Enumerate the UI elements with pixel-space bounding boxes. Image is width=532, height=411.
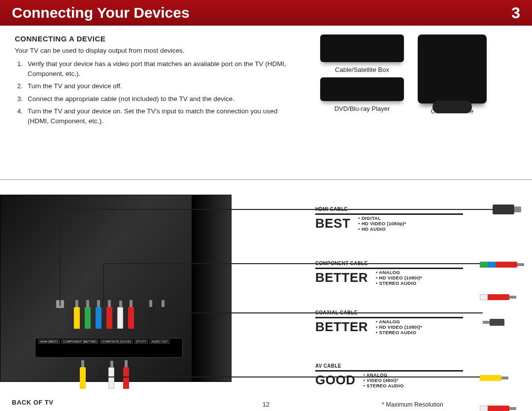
section-heading: CONNECTING A DEVICE: [15, 34, 296, 43]
port-label: HDMI (BEST): [38, 340, 60, 343]
port-label: AUDIO OUT: [150, 340, 169, 343]
intro-text: Your TV can be used to display output fr…: [15, 47, 296, 54]
rca-black-icon: [148, 307, 154, 329]
rca-white-icon: [117, 307, 123, 329]
step-list: Verify that your device has a video port…: [15, 59, 296, 126]
dvd-icon: [320, 77, 404, 101]
wiring-diagram: HDMI (BEST) COMPONENT (BETTER) COMPOSITE…: [0, 179, 532, 411]
coax-panel: COAXIAL CABLE BETTER ANALOG HD VIDEO (10…: [315, 319, 463, 335]
dvd-label: DVD/Blu-ray Player: [334, 105, 390, 112]
cable-bullets: ANALOG VIDEO (480i)* STEREO AUDIO: [363, 372, 403, 388]
step-item: Turn the TV and your device on. Set the …: [25, 106, 296, 126]
component-connectors-icon: [488, 254, 509, 308]
rca-red-icon: [106, 307, 112, 329]
game-console-icon: [418, 34, 487, 103]
bullet: ANALOG: [376, 319, 422, 324]
bullet: ANALOG: [376, 270, 422, 275]
step-item: Verify that your device has a video port…: [25, 59, 296, 78]
component-panel: COMPONENT CABLE BETTER ANALOG HD VIDEO (…: [315, 270, 463, 286]
hdmi-plug-icon: [53, 308, 67, 335]
rca-red-icon: [123, 367, 129, 389]
hdmi-connector-icon: [493, 205, 514, 214]
bullet: STEREO AUDIO: [363, 383, 403, 388]
rca-blue-icon: [96, 307, 101, 329]
bullet: STEREO AUDIO: [376, 280, 422, 286]
bullet: HD VIDEO (1080i)*: [376, 275, 422, 280]
av-panel: AV CABLE GOOD ANALOG VIDEO (480i)* STERE…: [315, 372, 463, 388]
rca-yellow-icon: [74, 307, 80, 329]
device-col-left: Cable/Satellite Box DVD/Blu-ray Player: [320, 34, 404, 115]
port-label: COMPOSITE (GOOD): [100, 340, 133, 343]
cable-title: HDMI CABLE: [315, 206, 348, 212]
port-label: COMPONENT (BETTER): [62, 340, 98, 343]
bullet: STEREO AUDIO: [376, 330, 422, 335]
text-column: CONNECTING A DEVICE Your TV can be used …: [15, 34, 296, 129]
footnote: * Maximum Resolution: [382, 401, 443, 408]
cable-rank: BETTER: [315, 270, 368, 285]
page-title: Connecting Your Devices: [12, 4, 511, 21]
device-grid: Cable/Satellite Box DVD/Blu-ray Player G…: [320, 34, 517, 115]
cable-box-label: Cable/Satellite Box: [335, 66, 389, 73]
bullet: HD VIDEO (1080p)*: [358, 221, 406, 226]
rca-white-icon: [108, 367, 114, 389]
coax-connector-icon: [490, 319, 504, 326]
cable-bullets: ANALOG HD VIDEO (1080i)* STEREO AUDIO: [376, 319, 422, 335]
cable-rank: BETTER: [315, 319, 368, 335]
page-number: 12: [0, 401, 532, 408]
tv-back-image: HDMI (BEST) COMPONENT (BETTER) COMPOSITE…: [0, 195, 232, 382]
content-area: CONNECTING A DEVICE Your TV can be used …: [0, 26, 532, 129]
rca-black-icon: [160, 307, 166, 329]
cable-box-icon: [320, 34, 404, 62]
cable-rank: BEST: [315, 216, 350, 231]
bullet: HD AUDIO: [358, 226, 406, 232]
cable-bullets: DIGITAL HD VIDEO (1080p)* HD AUDIO: [358, 215, 406, 232]
cable-title: COAXIAL CABLE: [315, 310, 358, 315]
bullet: DIGITAL: [358, 215, 406, 221]
cable-rank: GOOD: [315, 373, 355, 388]
bullet: VIDEO (480i)*: [363, 377, 403, 383]
device-column: Cable/Satellite Box DVD/Blu-ray Player G…: [296, 34, 517, 129]
bullet: ANALOG: [363, 372, 403, 377]
device-col-right: Game Console: [418, 34, 487, 115]
step-item: Connect the appropriate cable (not inclu…: [25, 94, 296, 104]
page-header: Connecting Your Devices 3: [0, 0, 532, 26]
rca-green-icon: [85, 307, 91, 329]
chapter-number: 3: [511, 4, 520, 22]
tv-port-strip: HDMI (BEST) COMPONENT (BETTER) COMPOSITE…: [35, 338, 183, 358]
cable-title: COMPONENT CABLE: [315, 261, 368, 266]
step-item: Turn the TV and your device off.: [25, 81, 296, 91]
cable-bullets: ANALOG HD VIDEO (1080i)* STEREO AUDIO: [376, 270, 422, 286]
bullet: HD VIDEO (1080i)*: [376, 324, 422, 330]
hdmi-panel: HDMI CABLE BEST DIGITAL HD VIDEO (1080p)…: [315, 215, 463, 232]
port-label: DTV/TV: [134, 340, 148, 343]
rca-yellow-icon: [80, 367, 86, 389]
cable-title: AV CABLE: [315, 363, 341, 369]
rca-red-icon: [128, 307, 134, 329]
